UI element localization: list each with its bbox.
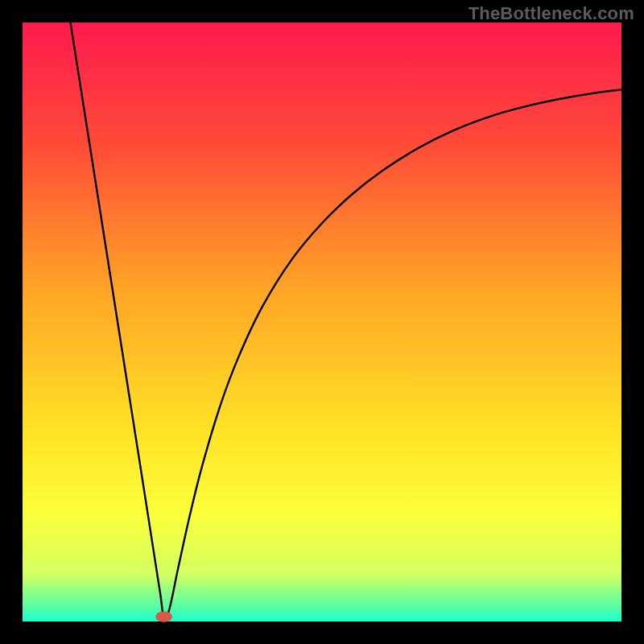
watermark-text: TheBottleneck.com	[469, 3, 634, 24]
min-marker	[155, 611, 172, 621]
plot-background	[23, 23, 621, 621]
bottleneck-chart	[0, 0, 644, 644]
chart-frame: TheBottleneck.com	[0, 0, 644, 644]
